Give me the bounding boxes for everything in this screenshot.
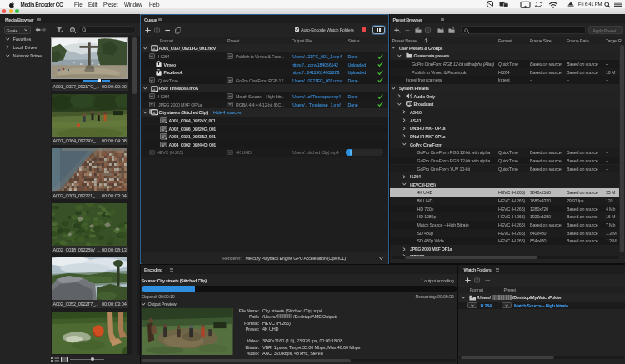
svg-text:TV: TV: [407, 102, 411, 106]
